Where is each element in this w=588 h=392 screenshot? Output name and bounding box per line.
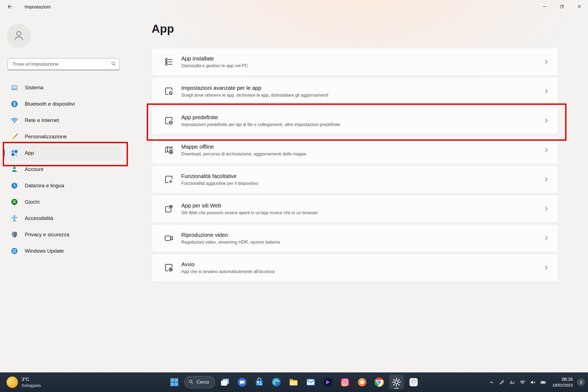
taskbar-apps (218, 375, 421, 390)
system-tray: 08:16 18/02/2023 3 (487, 372, 585, 392)
titlebar: Impostazioni (0, 0, 588, 14)
chevron-right-icon (543, 58, 550, 65)
avatar[interactable] (7, 24, 31, 48)
store-button[interactable] (252, 375, 267, 390)
sidebar-item-account[interactable]: Account (4, 162, 122, 177)
installed-apps-icon (164, 57, 174, 67)
back-button[interactable] (4, 2, 16, 13)
sidebar-item-label: Data/ora e lingua (25, 183, 64, 189)
sidebar-item-sistema[interactable]: Sistema (4, 80, 122, 95)
task-view-button[interactable] (218, 375, 232, 390)
volume-muted-button[interactable] (528, 377, 538, 388)
card-title: App installate (181, 56, 248, 62)
settings-button[interactable] (389, 375, 404, 390)
datetime-icon (11, 182, 18, 189)
card-app-predefinite[interactable]: App predefiniteImpostazioni predefinite … (152, 107, 558, 134)
minimize-button[interactable] (536, 0, 553, 14)
default-apps-icon (164, 116, 174, 125)
search-icon[interactable] (111, 61, 116, 68)
sidebar-item-windows-update[interactable]: Windows Update (4, 243, 122, 259)
chevron-up-button[interactable] (487, 377, 496, 388)
battery-button[interactable] (539, 377, 548, 388)
sidebar-item-privacy-e-sicurezza[interactable]: Privacy e sicurezza (4, 227, 122, 242)
close-icon (577, 4, 581, 10)
search-input[interactable] (12, 61, 111, 67)
wifi-button[interactable] (518, 377, 527, 388)
chat-button[interactable] (235, 375, 250, 390)
sidebar-item-data-ora-e-lingua[interactable]: Data/ora e lingua (4, 178, 122, 193)
card-app-per-siti-web[interactable]: App per siti WebSiti Web che possono ess… (152, 195, 558, 223)
bar-chart-button[interactable] (508, 377, 517, 388)
weather-widget[interactable]: 3°C Soleggiato (4, 372, 43, 392)
chevron-right-icon (543, 264, 550, 271)
windows-start-icon (169, 377, 179, 387)
start-button[interactable] (167, 375, 182, 390)
task-view-icon (220, 377, 230, 387)
sidebar-item-label: Sistema (25, 85, 44, 91)
sidebar-item-bluetooth-e-dispositivi[interactable]: Bluetooth e dispositivi (4, 96, 122, 112)
sidebar-item-label: App (25, 150, 34, 156)
card-text: AvvioApp che si avviano automaticamente … (181, 261, 275, 274)
system-icon (11, 84, 18, 91)
sidebar-item-label: Privacy e sicurezza (25, 232, 69, 238)
sidebar-item-personalizzazione[interactable]: Personalizzazione (4, 129, 122, 144)
minimize-icon (542, 4, 547, 10)
chevron-right-icon (543, 176, 550, 183)
sidebar-item-label: Personalizzazione (25, 134, 67, 140)
close-button[interactable] (571, 0, 588, 14)
pen-button[interactable] (497, 377, 507, 388)
file-explorer-icon (289, 377, 299, 387)
sidebar-item-label: Windows Update (25, 248, 64, 254)
chevron-right-icon (543, 117, 550, 124)
open-app-indicator (394, 388, 399, 389)
card-app-installate[interactable]: App installateDisinstalla e gestisci le … (152, 48, 558, 76)
back-arrow-icon (7, 4, 13, 11)
pen-icon (499, 379, 505, 385)
active-page-indicator (4, 149, 5, 157)
card-subtitle: Scegli dove ottenere le app, archiviare … (181, 93, 328, 98)
chrome-button[interactable] (372, 375, 387, 390)
taskbar-clock[interactable]: 08:16 18/02/2023 (552, 377, 573, 388)
battery-icon (540, 379, 546, 385)
sidebar-item-rete-e-internet[interactable]: Rete e Internet (4, 113, 122, 128)
apps-icon (11, 149, 18, 157)
clock-time: 08:16 (552, 377, 573, 382)
web-apps-icon (164, 204, 174, 214)
card-mappe-offline[interactable]: Mappe offlineDownload, percorso di archi… (152, 136, 558, 164)
card-text: App predefiniteImpostazioni predefinite … (181, 114, 340, 127)
taskbar: 3°C Soleggiato Cerca 08:16 18/02/2023 3 (0, 372, 588, 392)
advanced-apps-icon (164, 86, 174, 96)
sidebar-item-accessibilit[interactable]: Accessibilità (4, 211, 122, 226)
edge-button[interactable] (269, 375, 284, 390)
clipchamp-button[interactable] (321, 375, 335, 390)
privacy-icon (11, 231, 18, 238)
tray-icons (487, 377, 548, 388)
sidebar-item-giochi[interactable]: Giochi (4, 194, 122, 210)
network-icon (11, 117, 18, 124)
paint-button[interactable] (406, 375, 421, 390)
mail-button[interactable] (304, 375, 318, 390)
card-subtitle: Funzionalità aggiuntive per il dispositi… (181, 181, 258, 186)
card-riproduzione-video[interactable]: Riproduzione videoRegolazioni video, str… (152, 224, 558, 252)
chevron-right-icon (543, 88, 550, 95)
card-impostazioni-avanzate-per-le-app[interactable]: Impostazioni avanzate per le appScegli d… (152, 77, 558, 105)
clipchamp-icon (323, 377, 333, 387)
card-funzionalit-facoltative[interactable]: Funzionalità facoltativeFunzionalità agg… (152, 166, 558, 193)
instagram-button[interactable] (338, 375, 353, 390)
taskbar-search[interactable]: Cerca (184, 376, 215, 388)
taskbar-search-label: Cerca (197, 379, 209, 385)
personalization-icon (11, 133, 18, 140)
page-title: App (152, 22, 174, 35)
photos-button[interactable] (355, 375, 370, 390)
clock-date: 18/02/2023 (552, 382, 573, 388)
sidebar-item-app[interactable]: App (4, 145, 122, 161)
taskbar-center: Cerca (167, 372, 421, 392)
file-explorer-button[interactable] (286, 375, 301, 390)
card-subtitle: Download, percorso di archiviazione, agg… (181, 152, 306, 157)
card-avvio[interactable]: AvvioApp che si avviano automaticamente … (152, 254, 558, 281)
maximize-button[interactable] (553, 0, 571, 14)
edge-icon (271, 377, 282, 387)
video-playback-icon (164, 233, 174, 243)
chevron-right-icon (543, 146, 550, 154)
notification-badge[interactable]: 3 (577, 378, 585, 386)
